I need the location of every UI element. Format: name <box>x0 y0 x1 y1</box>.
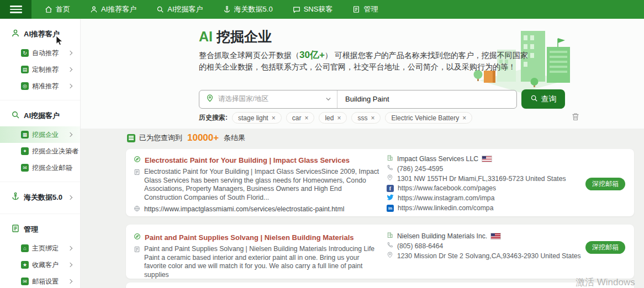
document-icon <box>11 224 20 234</box>
company-address: 1230 Mission Dr Ste 2 Solvang,CA,93463-2… <box>397 252 581 260</box>
search-history-row: 历史搜索: stage light× car× led× sss× Electr… <box>199 112 472 124</box>
company-name: Impact Glass Services LLC <box>397 155 478 163</box>
chevron-right-icon <box>68 67 72 72</box>
sidebar-section-manage: 管理 ⌂ 主页绑定 ★ 收藏客户 ✉ 邮箱设置 <box>0 214 80 288</box>
chevron-right-icon <box>68 279 72 284</box>
close-icon[interactable]: × <box>304 115 308 121</box>
chevron-right-icon <box>68 195 72 199</box>
result-url-link[interactable]: https://www.impactglassmiami.com/service… <box>144 205 344 213</box>
result-title-link[interactable]: Electrostatic Paint for Your Building | … <box>145 156 350 164</box>
mouse-cursor <box>55 35 64 49</box>
nav-tab-label: 首页 <box>56 4 70 14</box>
hamburger-menu-button[interactable] <box>0 0 31 19</box>
deep-dig-email-button[interactable]: 深挖邮箱 <box>585 241 625 254</box>
sidebar: AI推荐客户 ↻ 自动推荐 ▤ 定制推荐 ◎ 精准推荐 AI挖掘客户 <box>0 19 81 288</box>
chevron-right-icon <box>68 132 72 137</box>
sidebar-item-mailbox-settings[interactable]: ✉ 邮箱设置 <box>0 273 80 288</box>
country-select-placeholder: 请选择国家/地区 <box>218 94 321 104</box>
keyword-search-input[interactable] <box>337 95 516 103</box>
nav-tab-ai-mining[interactable]: AI挖掘客户 <box>156 4 203 14</box>
sidebar-item-mine-decision-maker[interactable]: ✦ 挖掘企业决策者 <box>0 143 80 159</box>
sidebar-item-mine-email[interactable]: ✉ 挖掘企业邮箱 <box>0 159 80 176</box>
sidebar-item-favorite-customers[interactable]: ★ 收藏客户 <box>0 257 80 273</box>
result-card: Electrostatic Paint for Your Building | … <box>126 149 634 216</box>
result-title-link[interactable]: Paint and Paint Supplies Solvang | Niels… <box>145 233 354 242</box>
results-section: 已为您查询到 10000+ 条结果 Electrostatic Paint fo… <box>81 129 644 288</box>
data-volume-highlight: 30亿+ <box>299 50 325 60</box>
query-button-label: 查询 <box>541 94 557 104</box>
mail-icon: ✉ <box>21 164 29 172</box>
chevron-right-icon <box>68 51 72 55</box>
close-icon[interactable]: × <box>272 115 276 121</box>
sidebar-item-label: 挖掘企业邮箱 <box>32 163 72 173</box>
search-inputbox: 请选择国家/地区 <box>199 90 517 109</box>
result-card-partial <box>126 282 634 288</box>
chevron-right-icon <box>68 246 72 250</box>
nav-tab-label: 海关数据5.0 <box>234 4 273 14</box>
company-name: Nielsen Building Materials Inc. <box>397 232 487 240</box>
sidebar-header-ai-recommend[interactable]: AI推荐客户 <box>0 22 80 45</box>
globe-icon <box>134 204 140 214</box>
anchor-icon <box>11 192 20 202</box>
building-icon <box>387 232 393 240</box>
result-description: Electrostatic Paint for Your Building | … <box>144 168 381 202</box>
sidebar-section-ai-mining: AI挖掘客户 ▦ 挖掘企业 ✦ 挖掘企业决策者 ✉ 挖掘企业邮箱 <box>0 100 80 182</box>
close-icon[interactable]: × <box>371 115 374 121</box>
mail-settings-icon: ✉ <box>21 278 29 285</box>
sidebar-item-precise-recommend[interactable]: ◎ 精准推荐 <box>0 78 80 94</box>
ai-lead-mining-app: 首页 AI推荐客户 AI挖掘客户 海关数据5.0 SNS获客 管理 <box>0 0 644 288</box>
sidebar-header-manage[interactable]: 管理 <box>0 217 80 240</box>
hero-section: AI 挖掘企业 整合抓取全球网页公开数据（30亿+） 可根据您客户的产品名称来找… <box>81 19 644 129</box>
precise-recommend-icon: ◎ <box>21 82 29 90</box>
nav-tab-ai-recommend[interactable]: AI推荐客户 <box>90 4 136 14</box>
nav-tab-home[interactable]: 首页 <box>45 4 70 14</box>
history-tag[interactable]: led× <box>319 112 347 124</box>
sidebar-section-ai-recommend: AI推荐客户 ↻ 自动推荐 ▤ 定制推荐 ◎ 精准推荐 <box>0 19 80 100</box>
history-tag[interactable]: stage light× <box>232 112 282 124</box>
nav-tab-label: AI推荐客户 <box>101 4 136 14</box>
sidebar-item-label: 定制推荐 <box>32 65 59 74</box>
sidebar-header-label: 管理 <box>24 225 38 234</box>
close-icon[interactable]: × <box>462 115 466 121</box>
sidebar-header-customs-data[interactable]: 海关数据5.0 <box>0 185 80 208</box>
phone-number: (786) 245-4595 <box>397 165 443 173</box>
sidebar-item-custom-recommend[interactable]: ▤ 定制推荐 <box>0 61 80 78</box>
chevron-down-icon <box>325 94 331 104</box>
deep-dig-email-button[interactable]: 深挖邮箱 <box>585 178 625 190</box>
phone-number: (805) 688-6464 <box>397 242 443 250</box>
close-icon[interactable]: × <box>337 115 341 121</box>
history-tag-label: car <box>292 114 302 122</box>
company-address: 1301 NW 155TH Dr Miami,FL,33169-5723 Uni… <box>397 175 566 183</box>
results-count: 已为您查询到 10000+ 条结果 <box>127 132 245 143</box>
custom-recommend-icon: ▤ <box>21 66 29 73</box>
sidebar-item-label: 收藏客户 <box>32 260 59 270</box>
sidebar-item-label: 精准推荐 <box>32 82 59 91</box>
search-icon <box>11 110 20 121</box>
nav-tab-sns[interactable]: SNS获客 <box>293 4 333 14</box>
nav-tabs: 首页 AI推荐客户 AI挖掘客户 海关数据5.0 SNS获客 管理 <box>45 4 378 14</box>
query-button[interactable]: 查询 <box>521 89 565 109</box>
chevron-right-icon <box>68 263 72 267</box>
sidebar-item-label: 挖掘企业 <box>32 130 59 140</box>
sidebar-item-auto-recommend[interactable]: ↻ 自动推荐 <box>0 45 80 61</box>
facebook-link[interactable]: https://www.facebook.com/pages <box>398 184 496 192</box>
history-tag-label: Electric Vehicle Battery <box>391 114 459 122</box>
nav-tab-label: 管理 <box>363 4 378 14</box>
country-select[interactable]: 请选择国家/地区 <box>199 90 337 108</box>
nav-tab-manage[interactable]: 管理 <box>352 4 378 14</box>
location-pin-icon <box>387 174 393 183</box>
sidebar-header-ai-mining[interactable]: AI挖掘客户 <box>0 104 80 126</box>
building-icon <box>387 154 393 163</box>
history-tag[interactable]: Electric Vehicle Battery× <box>385 112 472 124</box>
instagram-link[interactable]: https://www.instagram.com/impa <box>398 194 494 202</box>
history-tag[interactable]: sss× <box>351 112 381 124</box>
search-bar: 请选择国家/地区 查询 <box>199 89 565 109</box>
sidebar-item-homepage-binding[interactable]: ⌂ 主页绑定 <box>0 240 80 257</box>
nav-tab-customs-data[interactable]: 海关数据5.0 <box>223 4 273 14</box>
clear-history-trash-icon[interactable] <box>572 113 579 123</box>
history-tag[interactable]: car× <box>286 112 315 124</box>
sidebar-item-mine-company[interactable]: ▦ 挖掘企业 <box>0 126 80 143</box>
search-icon <box>530 94 538 104</box>
compass-icon <box>134 232 141 242</box>
linkedin-link[interactable]: https://www.linkedin.com/compa <box>398 204 493 212</box>
